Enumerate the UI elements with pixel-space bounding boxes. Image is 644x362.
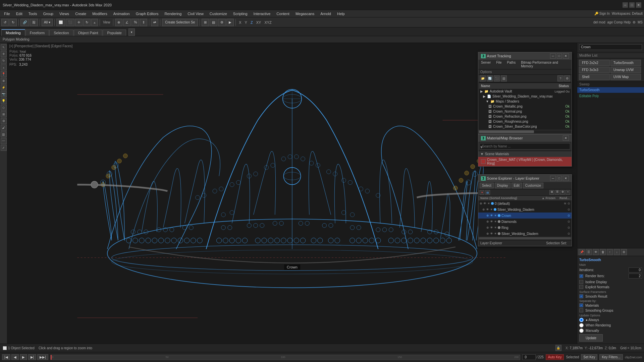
scene-row-ring[interactable]: ⊕ 👁 ☀ Ring ⊙ — [478, 225, 572, 231]
asset-menu-file[interactable]: File — [493, 60, 504, 69]
menu-content[interactable]: Content — [274, 11, 292, 16]
manually-radio[interactable] — [579, 328, 584, 333]
scene-customize-btn[interactable]: Customize — [523, 183, 543, 188]
asset-tb-help[interactable]: ? — [557, 75, 564, 81]
scene-filter-layers[interactable]: ▤ — [485, 190, 490, 195]
layer-button[interactable]: ▤ — [210, 19, 217, 26]
render-iters-input[interactable] — [629, 274, 642, 279]
menu-group[interactable]: Group — [40, 11, 56, 16]
scene-row-swd2[interactable]: ⊕ 👁 ☀ Silver_Wedding_Diadem ⊙ — [478, 231, 572, 237]
lt-bone[interactable]: ▥ — [1, 131, 7, 137]
scene-maximize-button[interactable]: □ — [557, 176, 562, 181]
menu-edit[interactable]: Edit — [13, 11, 25, 16]
mod-tb-eye[interactable]: 👁 — [593, 249, 599, 255]
mod-tb-delete[interactable]: 🗑 — [600, 249, 606, 255]
stack-item-edpoly[interactable]: Editable Poly — [577, 93, 644, 99]
lt-camera[interactable]: 📷 — [1, 91, 7, 97]
menu-tools[interactable]: Tools — [26, 11, 40, 16]
set-key-button[interactable]: Set Key — [581, 354, 597, 360]
menu-scripting[interactable]: Scripting — [230, 11, 250, 16]
mode-options-button[interactable]: ▾ — [128, 28, 135, 36]
scene-scrollbar[interactable] — [479, 237, 571, 239]
menu-create[interactable]: Create — [72, 11, 89, 16]
mod-tb-settings[interactable]: ⚙ — [621, 249, 627, 255]
asset-tb-2[interactable]: 🔄 — [487, 75, 493, 81]
menu-views[interactable]: Views — [57, 11, 72, 16]
minimize-button[interactable]: ─ — [623, 2, 628, 8]
mod-tb-move-up[interactable]: ↑ — [607, 249, 613, 255]
play-button[interactable]: ▶ — [20, 354, 27, 360]
asset-row-refraction[interactable]: 🖼 Crown_Refraction.png Ok — [479, 114, 571, 119]
tab-selection[interactable]: Selection — [49, 29, 73, 36]
select-region-button[interactable]: ⬛ — [66, 19, 74, 26]
mod-uvwmap[interactable]: UVW Map — [610, 74, 641, 80]
mat-item-crown-silver[interactable]: Crown_Silver_MAT ( VRayMtl ) [Crown, Dia… — [478, 157, 572, 166]
maximize-button[interactable]: □ — [629, 2, 635, 8]
asset-tb-3[interactable]: ⬛ — [494, 75, 500, 81]
spinner-snap[interactable]: ⇕ — [140, 19, 147, 26]
menu-civil-view[interactable]: Civil View — [185, 11, 206, 16]
select-button[interactable]: ⬜ — [56, 19, 65, 26]
redo-button[interactable]: ↻ — [9, 19, 17, 26]
asset-tb-settings[interactable]: ⚙ — [564, 75, 570, 81]
isoline-checkbox[interactable] — [579, 280, 583, 284]
update-button[interactable]: Update — [579, 334, 603, 342]
mod-shell[interactable]: Shell — [579, 74, 610, 80]
mod-ffd2[interactable]: FFD 2x2x2 — [579, 60, 610, 66]
materials-checkbox[interactable]: ✓ — [579, 303, 583, 307]
scene-display-btn[interactable]: Display — [495, 183, 511, 188]
tab-populate[interactable]: Populate — [103, 29, 126, 36]
lt-light[interactable]: 💡 — [1, 98, 7, 104]
snap-toggle[interactable]: ⊕ — [115, 19, 122, 26]
menu-graph-editors[interactable]: Graph Editors — [133, 11, 161, 16]
lt-scale[interactable]: ⟁ — [1, 64, 7, 70]
next-frame-button[interactable]: ▶| — [28, 354, 37, 360]
render-frame[interactable]: ▶ — [226, 19, 234, 26]
when-rendering-radio[interactable] — [579, 323, 584, 327]
angle-snap[interactable]: ∠ — [123, 19, 131, 26]
create-selection-button[interactable]: Create Selection Se — [162, 19, 198, 26]
lt-shapes[interactable]: ◇ — [1, 105, 7, 111]
explicit-normals-checkbox[interactable] — [579, 285, 583, 289]
asset-row-roughness[interactable]: 🖼 Crown_Roughness.png Ok — [479, 119, 571, 124]
timeline-slider[interactable]: 0 50 100 150 200 — [50, 355, 521, 360]
scene-materials-expand[interactable]: ▼ — [480, 152, 484, 156]
select-filter[interactable]: All ▾ — [42, 19, 53, 26]
prev-frame-button[interactable]: ◀ — [11, 354, 19, 360]
auto-key-button[interactable]: Auto Key — [546, 354, 564, 360]
mod-tb-list[interactable]: ☰ — [586, 249, 592, 255]
align-button[interactable]: ⊞ — [202, 19, 209, 26]
asset-restore-button[interactable]: □ — [557, 53, 562, 59]
menu-customize[interactable]: Customize — [207, 11, 230, 16]
lt-place[interactable]: 📍 — [1, 71, 7, 77]
material-dropdown-arrow[interactable]: ▼ — [480, 145, 483, 149]
scene-row-swd[interactable]: ⊕ 👁 ☀ Silver_Wedding_Diadem ⊙ — [478, 206, 572, 213]
mod-unwrap[interactable]: Unwrap UVW — [610, 67, 641, 73]
menu-modifiers[interactable]: Modifiers — [90, 11, 110, 16]
lt-hair[interactable]: ⁄⁄ — [1, 145, 7, 151]
asset-row-basecolor[interactable]: 🖼 Crown_Silver_BaseColor.png Ok — [479, 124, 571, 129]
asset-minimize-button[interactable]: ─ — [550, 53, 555, 59]
mat-close-button[interactable]: ✕ — [563, 135, 569, 141]
render-setup[interactable]: ⚙ — [218, 19, 226, 26]
lt-select[interactable]: ↖ — [1, 44, 7, 50]
asset-close-button[interactable]: ✕ — [563, 53, 569, 59]
mod-tb-pin[interactable]: 📌 — [579, 249, 585, 255]
menu-interactive[interactable]: Interactive — [251, 11, 273, 16]
tab-object-paint[interactable]: Object Paint — [74, 29, 103, 36]
menu-rendering[interactable]: Rendering — [162, 11, 184, 16]
lt-systems[interactable]: ⚙ — [1, 118, 7, 124]
mirror-button[interactable]: ⇄ — [151, 19, 158, 26]
lt-helpers[interactable]: ⊞ — [1, 111, 7, 117]
lt-rotate[interactable]: ↻ — [1, 58, 7, 64]
unlink-button[interactable]: ⛓ — [30, 19, 38, 26]
scene-column-btn[interactable]: ☰ — [555, 190, 559, 195]
asset-row-vault[interactable]: ▶ 📁 Autodesk Vault Logged Ou — [479, 89, 571, 94]
smoothing-groups-checkbox[interactable] — [579, 308, 583, 312]
smooth-result-checkbox[interactable]: ✓ — [579, 294, 583, 298]
iterations-input[interactable] — [629, 267, 642, 273]
always-radio[interactable] — [579, 318, 584, 322]
scene-minimize-button[interactable]: ─ — [550, 176, 555, 181]
object-name-input[interactable] — [579, 44, 642, 50]
key-filters-button[interactable]: Key Filters... — [599, 354, 623, 360]
